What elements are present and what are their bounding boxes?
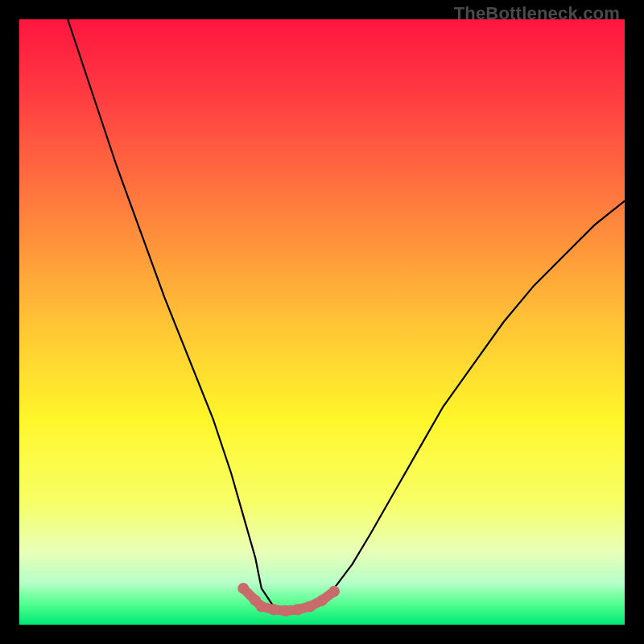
floor-dot: [280, 605, 291, 617]
watermark-text: TheBottleneck.com: [454, 3, 620, 24]
floor-dot: [256, 601, 267, 612]
floor-dot: [328, 586, 340, 597]
chart-frame: TheBottleneck.com: [0, 0, 644, 644]
plot-area: [19, 19, 625, 625]
floor-dot: [316, 595, 328, 606]
floor-dot: [268, 604, 279, 615]
chart-curves: [19, 19, 625, 625]
floor-dot: [292, 604, 303, 615]
floor-dot: [304, 601, 316, 612]
floor-highlight-dots: [237, 583, 340, 617]
main-curve: [68, 19, 625, 613]
floor-dot: [237, 583, 249, 594]
